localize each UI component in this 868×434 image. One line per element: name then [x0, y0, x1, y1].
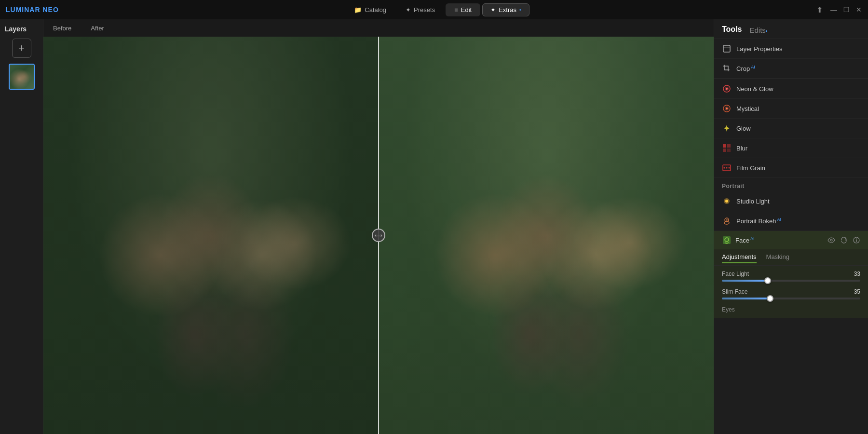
svg-rect-10 — [723, 149, 726, 152]
slim-face-label-row: Slim Face 35 — [722, 288, 860, 295]
presets-label: Presets — [414, 6, 435, 14]
face-info-button[interactable] — [853, 236, 860, 244]
nav-tabs: 📁 Catalog ✦ Presets ≡ Edit ✦ Extras • — [345, 3, 529, 16]
after-side — [379, 37, 714, 434]
tool-item-studio-light[interactable]: Studio Light — [714, 191, 868, 211]
split-canvas: ⟺ — [43, 37, 714, 434]
tool-item-neon-glow[interactable]: Neon & Glow — [714, 79, 868, 99]
layers-title: Layers — [0, 19, 43, 37]
svg-point-17 — [725, 200, 728, 203]
svg-point-26 — [856, 238, 856, 239]
svg-point-13 — [724, 167, 725, 169]
catalog-label: Catalog — [365, 6, 386, 14]
tool-item-mystical[interactable]: Mystical — [714, 99, 868, 119]
slim-face-value: 35 — [854, 288, 860, 295]
app-logo: LUMINAR NEO — [6, 6, 59, 14]
window-controls: — ❐ ✕ — [830, 6, 862, 13]
export-button[interactable]: ⬆ — [816, 6, 823, 13]
app-name-neo: NEO — [42, 6, 58, 14]
svg-point-4 — [726, 88, 728, 90]
face-sliders: Face Light 33 Slim Face 35 — [714, 266, 868, 318]
extras-dot: • — [519, 7, 521, 13]
mystical-label: Mystical — [736, 105, 759, 112]
studio-light-label: Studio Light — [736, 198, 770, 205]
before-after-bar: Before After — [43, 19, 714, 37]
tools-header: Tools Edits• — [714, 19, 868, 39]
crop-icon — [722, 64, 732, 73]
svg-point-14 — [726, 167, 728, 169]
face-light-thumb[interactable] — [764, 277, 771, 284]
tool-item-film-grain[interactable]: Film Grain — [714, 158, 868, 178]
svg-point-19 — [726, 219, 728, 221]
face-panel-title: FaceAI — [735, 236, 824, 244]
face-light-value: 33 — [854, 271, 860, 277]
after-photo — [379, 37, 714, 434]
after-people-overlay — [379, 37, 714, 434]
presets-tab[interactable]: ✦ Presets — [397, 3, 444, 16]
maximize-button[interactable]: ❐ — [843, 6, 850, 13]
minimize-button[interactable]: — — [830, 6, 837, 13]
face-light-track[interactable] — [722, 280, 860, 282]
edit-tab[interactable]: ≡ Edit — [446, 3, 480, 16]
layer-thumbnail[interactable] — [9, 64, 35, 90]
catalog-tab[interactable]: 📁 Catalog — [345, 3, 395, 16]
slim-face-row: Slim Face 35 — [722, 288, 860, 299]
presets-icon: ✦ — [406, 6, 411, 14]
edits-label: Edits — [749, 26, 765, 34]
tool-item-layer-properties[interactable]: Layer Properties — [714, 39, 868, 59]
film-grain-label: Film Grain — [736, 164, 765, 172]
canvas-wrapper: ⟺ — [43, 37, 714, 434]
blur-label: Blur — [736, 145, 747, 152]
extras-label: Extras — [499, 6, 516, 14]
face-reset-button[interactable] — [840, 236, 848, 244]
edits-tab[interactable]: Edits• — [749, 26, 767, 34]
tool-item-glow[interactable]: Glow — [714, 119, 868, 138]
close-button[interactable]: ✕ — [855, 6, 862, 13]
main-content: Layers + Before After — [0, 19, 868, 434]
catalog-icon: 📁 — [354, 6, 362, 14]
face-visibility-button[interactable] — [827, 236, 835, 244]
face-panel: FaceAI — [714, 231, 868, 318]
tools-panel: Tools Edits• Layer Properties — [714, 19, 868, 434]
before-label: Before — [43, 25, 81, 32]
titlebar-right: ⬆ — ❐ ✕ — [816, 6, 862, 13]
svg-rect-9 — [727, 144, 731, 148]
plus-icon: + — [18, 42, 25, 54]
adjustments-tabs: Adjustments Masking — [714, 249, 868, 266]
slim-face-thumb[interactable] — [767, 295, 773, 302]
layer-properties-icon — [722, 44, 732, 54]
neon-glow-icon — [722, 84, 732, 94]
before-people-overlay — [43, 37, 379, 434]
tool-item-blur[interactable]: Blur — [714, 138, 868, 158]
svg-point-7 — [726, 108, 728, 109]
crop-label: CropAI — [736, 65, 755, 72]
extras-button[interactable]: ✦ Extras • — [482, 3, 529, 16]
svg-point-15 — [729, 167, 730, 169]
layer-thumb-preview — [10, 65, 34, 89]
adjustments-tab[interactable]: Adjustments — [722, 253, 757, 263]
tools-tab[interactable]: Tools — [722, 25, 742, 35]
after-label: After — [81, 25, 113, 32]
slim-face-track[interactable] — [722, 298, 860, 299]
blur-icon — [722, 143, 732, 153]
neon-glow-label: Neon & Glow — [736, 85, 773, 93]
svg-rect-8 — [723, 144, 726, 148]
tool-item-crop[interactable]: CropAI — [714, 59, 868, 79]
titlebar: LUMINAR NEO 📁 Catalog ✦ Presets ≡ Edit ✦… — [0, 0, 868, 19]
film-grain-icon — [722, 163, 732, 173]
app-name: LUMINAR — [6, 6, 41, 14]
portrait-section-label: Portrait — [714, 178, 868, 191]
tool-item-portrait-bokeh[interactable]: Portrait BokehAI — [714, 211, 868, 231]
slim-face-name: Slim Face — [722, 288, 747, 295]
tools-list: Layer Properties CropAI — [714, 39, 868, 318]
glow-label: Glow — [736, 125, 751, 132]
eyes-section-hint: Eyes — [722, 306, 860, 313]
extras-icon: ✦ — [490, 6, 496, 14]
masking-tab[interactable]: Masking — [766, 253, 789, 263]
add-layer-button[interactable]: + — [12, 39, 31, 58]
canvas-area: Before After ⟺ — [43, 19, 714, 434]
face-light-fill — [722, 280, 768, 282]
split-handle[interactable]: ⟺ — [372, 229, 385, 242]
before-photo — [43, 37, 379, 434]
edit-icon: ≡ — [454, 6, 458, 14]
